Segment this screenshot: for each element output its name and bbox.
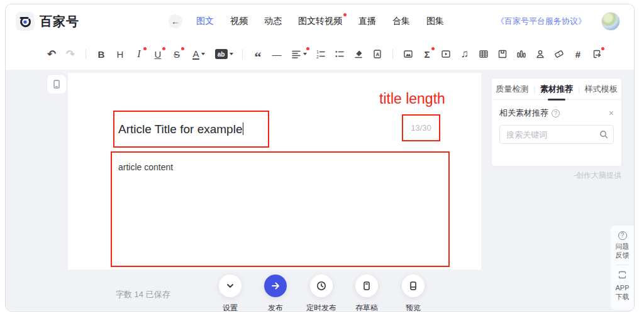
arrow-right-icon[interactable] (264, 275, 287, 297)
horizontal-rule-icon[interactable]: — (270, 47, 283, 61)
unordered-list-icon[interactable] (333, 47, 346, 61)
highlight-icon[interactable]: ab (214, 47, 233, 61)
svg-text:A: A (375, 52, 379, 57)
word-count-saved-status: 字数 14 已保存 (116, 289, 170, 300)
help-icon[interactable]: ? (552, 109, 560, 117)
import-word-doc-icon[interactable]: A (371, 47, 384, 61)
clock-icon[interactable] (310, 275, 333, 297)
preview-button[interactable]: 预览 (391, 275, 436, 312)
tab-video[interactable]: 视频 (230, 16, 248, 27)
italic-icon[interactable]: I (133, 47, 145, 61)
tab-gallery[interactable]: 图集 (426, 16, 444, 27)
insert-video-icon[interactable] (440, 47, 452, 61)
tab-article-to-video[interactable]: 图文转视频 (298, 16, 342, 27)
vote-chart-icon[interactable] (515, 47, 528, 61)
panel-tabs: 质量检测 | 素材推荐 | 样式模板 (492, 79, 621, 100)
blockquote-icon[interactable]: “ (252, 47, 264, 61)
title-input[interactable]: Article Title for example (118, 123, 243, 136)
toolbar-divider (86, 49, 86, 59)
publish-button[interactable]: 发布 (253, 275, 298, 312)
tab-material-recommend[interactable]: 素材推荐 (540, 84, 573, 95)
logo-text: 百家号 (40, 13, 79, 30)
align-icon[interactable] (289, 47, 308, 61)
content-type-nav: 图文 视频 动态 图文转视频 直播 合集 图集 (196, 16, 444, 27)
toolbar-divider (242, 49, 243, 59)
baijiahao-logo[interactable]: 百家号 (16, 12, 79, 31)
widget-divider (616, 264, 630, 265)
undo-icon[interactable]: ↶ (45, 47, 58, 61)
platform-agreement-link[interactable]: 《百家号平台服务协议》 (496, 16, 586, 27)
app-download-button[interactable]: APP 下载 (615, 270, 629, 301)
tab-dynamic[interactable]: 动态 (264, 16, 282, 27)
baijiahao-logo-icon (16, 12, 35, 31)
insert-image-icon[interactable] (402, 47, 414, 61)
keyword-search-input[interactable] (499, 125, 614, 144)
search-icon[interactable] (599, 129, 609, 142)
tab-divider: | (533, 85, 535, 93)
font-color-icon[interactable]: A (189, 47, 208, 61)
close-icon[interactable]: × (609, 109, 614, 117)
svg-text:2: 2 (316, 55, 319, 59)
title-text: Article Title for example (118, 123, 242, 136)
app-qr-icon (618, 270, 627, 281)
mention-user-icon[interactable] (534, 47, 547, 61)
bold-icon[interactable]: B (95, 47, 108, 61)
material-recommend-panel: 质量检测 | 素材推荐 | 样式模板 相关素材推荐 ? × (492, 79, 621, 166)
toolbar-divider (392, 49, 393, 59)
underline-icon[interactable]: U (152, 47, 164, 61)
user-avatar[interactable] (601, 12, 620, 31)
tab-live[interactable]: 直播 (358, 16, 376, 27)
settings-button[interactable]: 设置 (208, 275, 253, 312)
tab-quality-check[interactable]: 质量检测 (496, 84, 528, 95)
related-material-title: 相关素材推荐 (499, 107, 548, 119)
content-editor[interactable]: article content (118, 162, 173, 172)
active-tab-underline (548, 99, 565, 101)
preview-phone-icon[interactable] (402, 275, 425, 297)
scheduled-publish-button[interactable]: 定时发布 (299, 275, 344, 312)
clear-format-eraser-icon[interactable] (352, 47, 365, 61)
feedback-button[interactable]: ? 问题 反馈 (616, 231, 630, 259)
creation-brain-provider-note: -创作大脑提供 (492, 170, 621, 181)
text-caret (243, 123, 243, 135)
save-product-card-icon[interactable] (496, 47, 509, 61)
export-doc-icon[interactable] (591, 47, 603, 61)
insert-table-icon[interactable] (477, 47, 490, 61)
tab-style-template[interactable]: 样式模板 (585, 84, 618, 95)
redo-icon[interactable]: ↷ (64, 47, 77, 61)
mobile-preview-button[interactable] (47, 74, 67, 94)
draft-box-icon[interactable] (355, 275, 378, 297)
new-badge-dot (343, 13, 347, 16)
annotation-title-length-label: title length (379, 90, 445, 107)
floating-side-widget: ? 问题 反馈 APP 下载 (610, 225, 634, 310)
title-length-counter: 13/30 (402, 114, 440, 141)
editor-toolbar: ↶ ↷ B H I U S A ab “ — 12 (6, 38, 634, 70)
tab-divider: | (578, 85, 580, 93)
heading-icon[interactable]: H (114, 47, 126, 61)
app-window: 百家号 ← 图文 视频 动态 图文转视频 直播 合集 图集 《百家号平台服务协议… (5, 4, 635, 312)
tab-article[interactable]: 图文 (196, 16, 214, 27)
formula-icon[interactable]: Σ (421, 47, 433, 61)
strikethrough-icon[interactable]: S (170, 47, 183, 61)
insert-music-icon[interactable]: ♫ (458, 47, 471, 61)
back-button[interactable]: ← (169, 14, 182, 28)
svg-text:1: 1 (316, 50, 319, 54)
coupon-link-icon[interactable] (553, 47, 565, 61)
chevron-down-icon[interactable] (219, 275, 242, 297)
save-draft-button[interactable]: 存草稿 (344, 275, 389, 312)
question-mark-icon: ? (618, 231, 627, 240)
editor-main-area: Article Title for example 13/30 article … (6, 70, 634, 310)
tab-collection[interactable]: 合集 (392, 16, 410, 27)
top-header: 百家号 ← 图文 视频 动态 图文转视频 直播 合集 图集 《百家号平台服务协议… (6, 4, 634, 38)
ordered-list-icon[interactable]: 12 (314, 47, 327, 61)
topic-hash-icon[interactable]: # (572, 47, 584, 61)
